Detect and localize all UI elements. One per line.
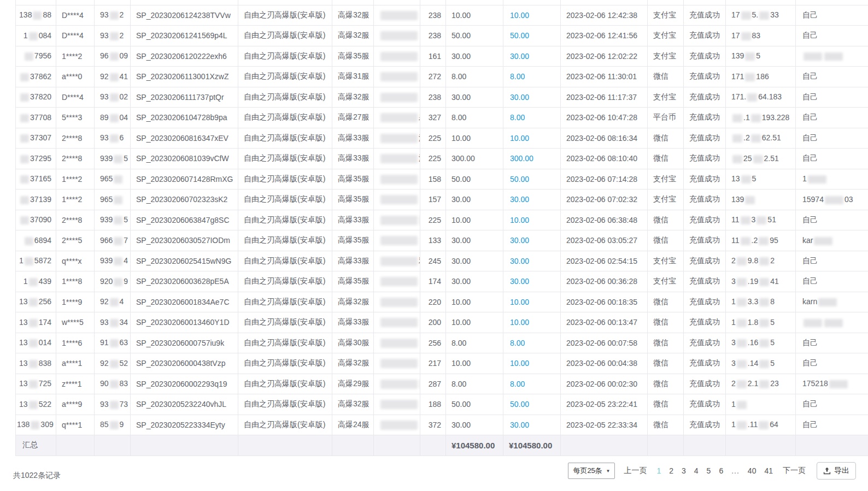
page-button-41[interactable]: 41 <box>764 466 773 475</box>
recharge-status: 充值成功 <box>684 67 726 87</box>
redacted-blur <box>31 421 39 429</box>
redacted-blur <box>759 360 769 368</box>
redacted-blur <box>804 319 822 327</box>
table-row: 13888D****4932SP_20230206124238TVVw自由之刃高… <box>16 5 868 26</box>
server-name: 高爆29服 <box>332 374 374 394</box>
role-name <box>374 190 420 210</box>
next-page-button[interactable]: 下一页 <box>782 466 807 476</box>
order-amount: 10.00 <box>446 128 503 149</box>
table-row: 13838a****19252SP_20230206000438tVzp自由之刃… <box>16 353 868 374</box>
redacted-blur <box>737 278 747 286</box>
order-amount: 8.00 <box>446 374 503 394</box>
pay-time: 2023-02-06 12:42:38 <box>561 5 648 26</box>
table-body: 13888D****4932SP_20230206124238TVVw自由之刃高… <box>16 0 868 435</box>
table-row: 68942****59667SP_20230206030527IODm自由之刃高… <box>16 230 868 251</box>
redacted-blur <box>110 93 119 102</box>
page-button-5[interactable]: 5 <box>707 466 711 475</box>
redacted-blur <box>804 52 822 61</box>
redacted-blur <box>759 298 769 306</box>
game-name: 自由之刃高爆版(安卓版) <box>238 251 332 271</box>
ip-address: 11.295 <box>726 230 796 251</box>
redacted-blur <box>737 257 747 265</box>
redacted-blur <box>20 134 29 143</box>
player-id: 9394 <box>95 251 131 271</box>
role-level: 161 <box>420 46 446 67</box>
ip-address: 252.51 <box>726 149 796 169</box>
recharge-owner: 自己 <box>796 251 868 271</box>
recharge-status: 充值成功 <box>684 169 726 190</box>
game-name: 自由之刃高爆版(安卓版) <box>238 312 332 333</box>
role-name <box>374 374 420 394</box>
page-button-4[interactable]: 4 <box>694 466 699 475</box>
redacted-blur <box>110 52 119 61</box>
recharge-status: 充值成功 <box>684 108 726 128</box>
redacted-blur <box>110 73 119 81</box>
pay-method: 微信 <box>648 149 684 169</box>
player-id: 9395 <box>95 210 131 230</box>
redacted-blur <box>737 360 747 368</box>
order-number: SP_20230206111737ptQr <box>131 87 238 108</box>
ip-address: 13.38 <box>726 292 796 312</box>
export-button[interactable]: 导出 <box>817 462 856 480</box>
page-size-select[interactable]: 每页25条 ▼ <box>568 463 615 479</box>
username: D****4 <box>56 26 95 46</box>
pay-method: 支付宝 <box>648 46 684 67</box>
redacted-blur <box>737 319 747 327</box>
player-id: 932 <box>95 5 131 26</box>
pay-method: 平台币 <box>648 108 684 128</box>
ip-address: 139 <box>726 190 796 210</box>
redacted-blur <box>380 359 418 368</box>
pay-time: 2023-02-06 11:30:01 <box>561 67 648 87</box>
redacted-blur <box>20 114 29 122</box>
player-id: 859 <box>95 415 131 435</box>
recharge-status: 充值成功 <box>684 394 726 415</box>
redacted-blur <box>380 113 418 122</box>
recharge-status: 充值成功 <box>684 353 726 374</box>
table-row: 37820D****49302SP_20230206111737ptQr自由之刃… <box>16 87 868 108</box>
redacted-blur <box>745 196 755 204</box>
page-button-1[interactable]: 1 <box>656 466 661 475</box>
page-button-6[interactable]: 6 <box>719 466 723 475</box>
redacted-blur <box>110 11 119 20</box>
pay-time: 2023-02-06 10:47:28 <box>561 108 648 128</box>
ip-address: 1.1164 <box>726 415 796 435</box>
order-amount: 30.00 <box>446 271 503 292</box>
role-name <box>374 353 420 374</box>
prev-page-button[interactable]: 上一页 <box>623 466 648 476</box>
table-row: 373072****8936SP_202302060816347xEV自由之刃高… <box>16 128 868 149</box>
pay-method: 微信 <box>648 128 684 149</box>
summary-row: 汇总 ¥104580.00 ¥104580.00 <box>16 435 868 456</box>
redacted-blur <box>737 298 747 306</box>
order-amount: 30.00 <box>446 251 503 271</box>
redacted-blur <box>29 401 38 409</box>
redacted-blur <box>759 380 769 388</box>
redacted-blur <box>29 339 38 347</box>
order-amount: 10.00 <box>446 353 503 374</box>
redacted-blur <box>829 380 848 388</box>
redacted-blur <box>741 11 751 20</box>
ip-address: 175.33 <box>726 5 796 26</box>
paid-amount: 10.00 <box>503 312 561 333</box>
game-name: 自由之刃高爆版(安卓版) <box>238 26 332 46</box>
player-id: 936 <box>95 128 131 149</box>
game-name: 自由之刃高爆版(安卓版) <box>238 5 332 26</box>
username: w****5 <box>56 312 95 333</box>
user-id: 15872 <box>16 251 56 271</box>
redacted-blur <box>380 195 418 204</box>
page-button-3[interactable]: 3 <box>682 466 686 475</box>
role-name <box>374 210 420 230</box>
player-id: 8904 <box>95 108 131 128</box>
table-row: 15872q****x9394SP_20230206025415wN9G自由之刃… <box>16 251 868 271</box>
user-id: 13522 <box>16 394 56 415</box>
table-row: 138309q****1859SP_20230205223334Eyty自由之刃… <box>16 415 868 435</box>
order-amount: 30.00 <box>446 230 503 251</box>
paid-amount: 8.00 <box>503 108 561 128</box>
page-button-2[interactable]: 2 <box>669 466 673 475</box>
redacted-blur <box>380 298 418 307</box>
order-number: SP_20230205223334Eyty <box>131 415 238 435</box>
game-name: 自由之刃高爆版(安卓版) <box>238 67 332 87</box>
page-button-40[interactable]: 40 <box>748 466 756 475</box>
redacted-blur <box>741 237 750 245</box>
pagination-bar: 每页25条 ▼ 上一页 123456...4041 下一页 导出 <box>568 462 856 480</box>
order-number: SP_20230206030527IODm <box>131 230 238 251</box>
